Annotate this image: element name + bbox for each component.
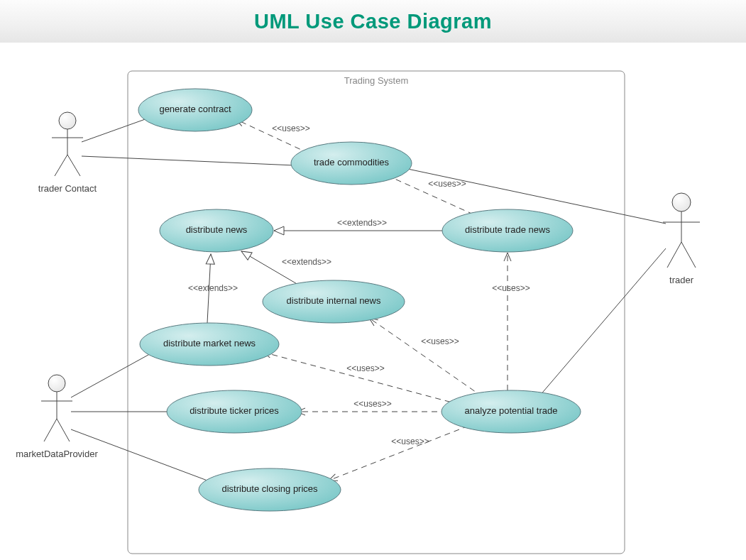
usecase-distribute-ticker-prices: distribute ticker prices (167, 390, 302, 433)
usecase-label: analyze potential trade (465, 405, 558, 416)
rel-uses-apt-dmn (263, 352, 460, 405)
usecase-analyze-potential-trade: analyze potential trade (441, 390, 581, 433)
svg-point-14 (672, 193, 691, 212)
rel-label-ext-1: <<extends>> (337, 218, 387, 228)
actor-label: marketDataProvider (16, 449, 98, 459)
usecase-label: generate contract (159, 104, 231, 114)
rel-label-uses-6: <<uses>> (353, 399, 391, 409)
usecase-label: distribute trade news (465, 224, 550, 235)
svg-line-12 (55, 155, 67, 176)
svg-line-22 (44, 419, 57, 441)
rel-label-uses-1: <<uses>> (272, 123, 309, 133)
usecase-distribute-internal-news: distribute internal news (263, 280, 405, 323)
usecase-label: distribute internal news (287, 295, 381, 306)
usecase-generate-contract: generate contract (138, 89, 252, 131)
rel-label-uses-5: <<uses>> (346, 363, 384, 373)
usecase-label: distribute market news (163, 338, 256, 348)
assoc-tc-tradecomm (82, 156, 295, 165)
svg-line-23 (57, 419, 70, 441)
usecase-label: distribute closing prices (221, 483, 318, 494)
svg-line-17 (667, 242, 681, 268)
page-title: UML Use Case Diagram (254, 10, 492, 33)
usecase-distribute-market-news: distribute market news (140, 323, 279, 366)
rel-uses-apt-dcp (329, 426, 468, 481)
actor-trader: trader (663, 193, 700, 285)
actor-market-data-provider: marketDataProvider (16, 375, 98, 459)
rel-label-uses-3: <<uses>> (492, 283, 530, 293)
svg-line-18 (681, 242, 696, 268)
usecase-trade-commodities: trade commodities (291, 142, 412, 185)
actor-trader-contact: trader Contact (38, 112, 97, 194)
actor-label: trader Contact (38, 183, 97, 194)
usecase-label: trade commodities (314, 157, 390, 168)
uml-diagram-canvas: Trading System <<uses>> <<uses>> <<exten… (0, 43, 746, 560)
rel-label-ext-3: <<extends>> (188, 283, 238, 293)
system-label: Trading System (344, 75, 409, 86)
actor-label: trader (669, 275, 694, 285)
usecase-label: distribute news (186, 224, 248, 235)
usecase-distribute-news: distribute news (160, 209, 273, 252)
usecase-distribute-closing-prices: distribute closing prices (199, 468, 341, 511)
svg-line-13 (67, 155, 80, 176)
svg-point-19 (48, 375, 65, 392)
assoc-trader-apt (539, 248, 666, 396)
usecase-label: distribute ticker prices (190, 405, 279, 416)
usecase-distribute-trade-news: distribute trade news (442, 209, 573, 252)
svg-point-9 (59, 112, 76, 129)
assoc-mdp-dmn (71, 351, 155, 397)
assoc-tc-generate (82, 118, 149, 142)
rel-uses-apt-din (369, 318, 483, 397)
page-header: UML Use Case Diagram (0, 0, 746, 43)
rel-label-uses-7: <<uses>> (391, 437, 429, 446)
rel-label-ext-2: <<extends>> (282, 257, 331, 267)
rel-label-uses-4: <<uses>> (421, 336, 459, 346)
